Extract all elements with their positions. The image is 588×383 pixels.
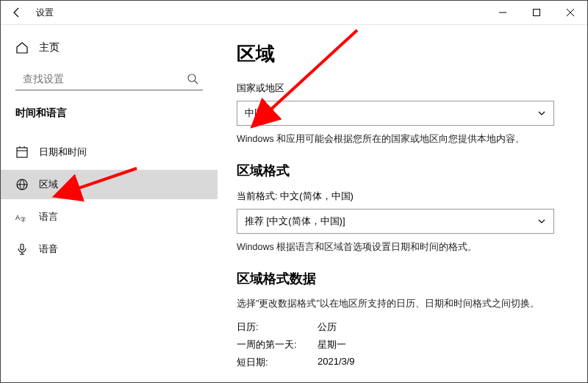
window-title: 设置 (33, 7, 54, 19)
current-format-label: 当前格式: 中文(简体，中国) (237, 190, 568, 203)
page-heading: 区域 (237, 41, 568, 67)
search-box[interactable] (15, 68, 203, 90)
maximize-button[interactable] (520, 1, 553, 24)
close-button[interactable] (553, 1, 587, 24)
maximize-icon (533, 9, 540, 16)
nav-list: 日期和时间 区域 A字 语言 (15, 137, 203, 267)
country-value: 中国 (245, 107, 264, 120)
data-key: 日历: (237, 321, 318, 334)
svg-rect-6 (21, 244, 24, 250)
category-heading: 时间和语言 (15, 107, 203, 120)
arrow-left-icon (11, 7, 23, 18)
minimize-icon (499, 9, 506, 16)
data-row: 日历: 公历 (237, 321, 568, 334)
chevron-down-icon (537, 109, 546, 118)
content-area: 主页 时间和语言 日期和时间 (1, 25, 587, 383)
svg-rect-2 (17, 148, 27, 157)
format-desc: Windows 根据语言和区域首选项设置日期和时间的格式。 (237, 241, 568, 254)
format-value: 推荐 [中文(简体，中国)] (245, 215, 345, 228)
language-icon: A字 (15, 210, 29, 223)
home-icon (15, 41, 29, 54)
data-row: 一周的第一天: 星期一 (237, 338, 568, 351)
settings-window: 设置 主页 时间和语言 (0, 0, 588, 383)
nav-item-datetime[interactable]: 日期和时间 (15, 137, 203, 167)
calendar-icon (15, 146, 29, 159)
globe-icon (15, 178, 29, 191)
nav-item-label: 日期和时间 (39, 146, 87, 159)
home-label: 主页 (39, 41, 60, 54)
data-key: 一周的第一天: (237, 338, 318, 351)
data-desc: 选择"更改数据格式"以在地区所支持的日历、日期和时间格式之间切换。 (237, 298, 568, 310)
data-row: 短日期: 2021/3/9 (237, 356, 568, 369)
minimize-button[interactable] (486, 1, 520, 24)
country-dropdown[interactable]: 中国 (237, 101, 554, 126)
nav-item-region[interactable]: 区域 (1, 170, 218, 199)
microphone-icon (15, 243, 29, 256)
data-value: 2021/3/9 (318, 356, 355, 369)
format-data-grid: 日历: 公历 一周的第一天: 星期一 短日期: 2021/3/9 (237, 321, 568, 369)
nav-item-label: 区域 (39, 178, 58, 191)
data-heading: 区域格式数据 (237, 270, 568, 287)
svg-point-1 (188, 74, 196, 82)
close-icon (567, 9, 574, 16)
nav-item-language[interactable]: A字 语言 (15, 202, 203, 232)
svg-text:A: A (15, 214, 20, 221)
svg-text:字: 字 (21, 217, 26, 222)
country-desc: Windows 和应用可能会根据您所在的国家或地区向您提供本地内容。 (237, 133, 568, 146)
home-link[interactable]: 主页 (15, 41, 203, 54)
country-label: 国家或地区 (237, 82, 568, 95)
data-value: 星期一 (318, 338, 346, 351)
search-input[interactable] (21, 72, 187, 85)
nav-item-label: 语音 (39, 243, 58, 256)
svg-rect-0 (534, 10, 540, 16)
back-button[interactable] (1, 1, 33, 24)
main-panel: 区域 国家或地区 中国 Windows 和应用可能会根据您所在的国家或地区向您提… (218, 25, 587, 383)
format-dropdown[interactable]: 推荐 [中文(简体，中国)] (237, 209, 554, 234)
titlebar: 设置 (1, 1, 587, 25)
chevron-down-icon (537, 217, 546, 226)
format-heading: 区域格式 (237, 162, 568, 179)
nav-item-speech[interactable]: 语音 (15, 235, 203, 264)
sidebar: 主页 时间和语言 日期和时间 (1, 25, 218, 383)
data-key: 短日期: (237, 356, 318, 369)
nav-item-label: 语言 (39, 210, 58, 223)
search-icon (187, 73, 198, 85)
data-value: 公历 (318, 321, 337, 334)
